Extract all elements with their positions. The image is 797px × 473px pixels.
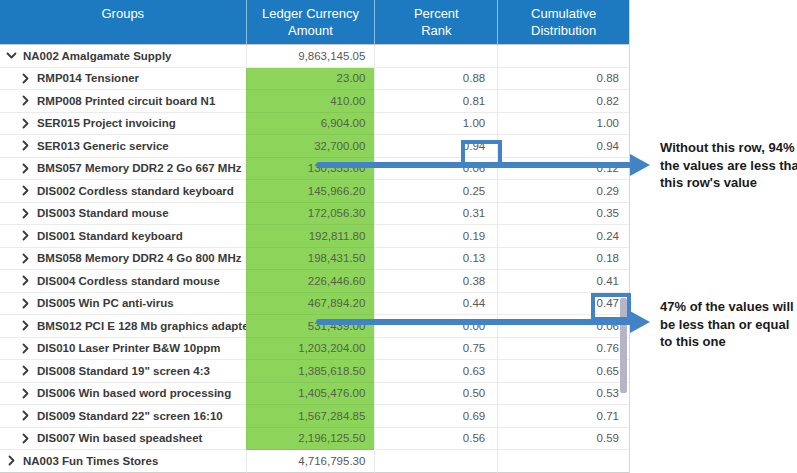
amount-cell: 6,904.00	[246, 113, 375, 136]
group-cell: NA002 Amalgamate Supply	[0, 45, 246, 68]
amount-cell: 23.00	[246, 68, 375, 91]
group-label: DIS009 Standard 22" screen 16:10	[37, 410, 223, 422]
cumulative-distribution-cell: 0.88	[497, 68, 629, 91]
chevron-right-icon[interactable]	[20, 95, 31, 106]
annotation-arrow-head-icon	[630, 311, 650, 333]
table-row[interactable]: RMP008 Printed circuit board N1410.000.8…	[0, 90, 629, 113]
chevron-right-icon[interactable]	[6, 455, 17, 466]
chevron-right-icon[interactable]	[20, 208, 31, 219]
chevron-right-icon[interactable]	[20, 163, 31, 174]
percent-rank-cell: 0.50	[374, 383, 497, 406]
column-header-ledger-currency-amount[interactable]: Ledger Currency Amount	[246, 0, 375, 44]
table-row[interactable]: SER015 Project invoicing6,904.001.001.00	[0, 113, 629, 136]
screenshot-canvas: Groups Ledger Currency Amount Percent Ra…	[0, 0, 797, 473]
group-label: RMP014 Tensioner	[37, 72, 139, 84]
column-header-groups[interactable]: Groups	[0, 0, 246, 44]
cumulative-distribution-cell	[497, 45, 629, 68]
cumulative-distribution-cell: 0.53	[497, 383, 629, 406]
group-cell: BMS057 Memory DDR2 2 Go 667 MHz	[0, 158, 246, 181]
chevron-right-icon[interactable]	[20, 230, 31, 241]
group-label: NA003 Fun Times Stores	[23, 455, 158, 467]
group-cell: DIS002 Cordless standard keyboard	[0, 180, 246, 203]
table-row[interactable]: DIS010 Laser Printer B&W 10ppm1,203,204.…	[0, 338, 629, 361]
chevron-right-icon[interactable]	[20, 185, 31, 196]
table-row[interactable]: DIS002 Cordless standard keyboard145,966…	[0, 180, 629, 203]
chevron-right-icon[interactable]	[20, 73, 31, 84]
column-header-label: Rank	[421, 22, 451, 39]
amount-cell: 1,567,284.85	[246, 405, 375, 428]
annotation-text-percent-rank: Without this row, 94% of the values are …	[660, 139, 797, 192]
table-row[interactable]: RMP014 Tensioner23.000.880.88	[0, 68, 629, 91]
chevron-right-icon[interactable]	[20, 253, 31, 264]
percent-rank-cell	[374, 450, 497, 473]
pivot-table: Groups Ledger Currency Amount Percent Ra…	[0, 0, 630, 473]
group-cell: RMP014 Tensioner	[0, 68, 246, 91]
column-header-cumulative-distribution[interactable]: Cumulative Distribution	[497, 0, 629, 44]
percent-rank-cell: 0.19	[374, 225, 497, 248]
cumulative-distribution-cell: 0.65	[497, 360, 629, 383]
amount-cell: 130,353.60	[246, 158, 375, 181]
table-row[interactable]: BMS058 Memory DDR2 4 Go 800 MHz198,431.5…	[0, 248, 629, 271]
table-row[interactable]: SER013 Generic service32,700.000.940.94	[0, 135, 629, 158]
chevron-right-icon[interactable]	[20, 140, 31, 151]
amount-cell: 467,894.20	[246, 293, 375, 316]
chevron-right-icon[interactable]	[20, 320, 31, 331]
percent-rank-cell: 0.81	[374, 90, 497, 113]
group-label: DIS004 Cordless standard mouse	[37, 275, 220, 287]
group-label: NA002 Amalgamate Supply	[23, 50, 171, 62]
cumulative-distribution-cell: 0.76	[497, 338, 629, 361]
chevron-right-icon[interactable]	[20, 343, 31, 354]
percent-rank-cell: 0.75	[374, 338, 497, 361]
cumulative-distribution-cell: 0.24	[497, 225, 629, 248]
table-row[interactable]: DIS005 Win PC anti-virus467,894.200.440.…	[0, 293, 629, 316]
cumulative-distribution-cell: 0.29	[497, 180, 629, 203]
cumulative-distribution-cell: 0.59	[497, 428, 629, 451]
percent-rank-cell: 0.69	[374, 405, 497, 428]
column-header-percent-rank[interactable]: Percent Rank	[374, 0, 497, 44]
group-cell: DIS006 Win based word processing	[0, 383, 246, 406]
chevron-right-icon[interactable]	[20, 275, 31, 286]
cumulative-distribution-cell: 0.94	[497, 135, 629, 158]
percent-rank-cell: 0.31	[374, 203, 497, 226]
group-cell: DIS004 Cordless standard mouse	[0, 270, 246, 293]
amount-cell: 2,196,125.50	[246, 428, 375, 451]
table-row[interactable]: DIS009 Standard 22" screen 16:101,567,28…	[0, 405, 629, 428]
group-label: DIS002 Cordless standard keyboard	[37, 185, 234, 197]
chevron-right-icon[interactable]	[20, 410, 31, 421]
chevron-right-icon[interactable]	[20, 388, 31, 399]
table-row[interactable]: DIS001 Standard keyboard192,811.800.190.…	[0, 225, 629, 248]
group-label: BMS058 Memory DDR2 4 Go 800 MHz	[37, 252, 242, 264]
chevron-down-icon[interactable]	[6, 50, 17, 61]
group-cell: DIS007 Win based speadsheet	[0, 428, 246, 451]
percent-rank-cell: 0.38	[374, 270, 497, 293]
group-cell: RMP008 Printed circuit board N1	[0, 90, 246, 113]
table-row[interactable]: DIS008 Standard 19" screen 4:31,385,618.…	[0, 360, 629, 383]
table-row[interactable]: DIS007 Win based speadsheet2,196,125.500…	[0, 428, 629, 451]
percent-rank-cell: 0.44	[374, 293, 497, 316]
table-row[interactable]: NA003 Fun Times Stores4,716,795.30	[0, 450, 629, 473]
chevron-right-icon[interactable]	[20, 433, 31, 444]
group-label: DIS001 Standard keyboard	[37, 230, 183, 242]
column-header-label: Groups	[101, 5, 144, 22]
table-body: NA002 Amalgamate Supply9,863,145.05RMP01…	[0, 45, 629, 473]
percent-rank-cell: 0.25	[374, 180, 497, 203]
group-label: BMS012 PCI E 128 Mb graphics adapter	[37, 320, 246, 332]
amount-cell: 4,716,795.30	[246, 450, 375, 473]
percent-rank-cell: 1.00	[374, 113, 497, 136]
amount-cell: 145,966.20	[246, 180, 375, 203]
group-cell: NA003 Fun Times Stores	[0, 450, 246, 473]
chevron-right-icon[interactable]	[20, 118, 31, 129]
chevron-right-icon[interactable]	[20, 365, 31, 376]
table-row[interactable]: DIS004 Cordless standard mouse226,446.60…	[0, 270, 629, 293]
annotation-arrow-line	[316, 319, 632, 325]
amount-cell: 1,385,618.50	[246, 360, 375, 383]
table-row[interactable]: BMS057 Memory DDR2 2 Go 667 MHz130,353.6…	[0, 158, 629, 181]
chevron-right-icon[interactable]	[20, 298, 31, 309]
table-row[interactable]: DIS003 Standard mouse172,056.300.310.35	[0, 203, 629, 226]
group-label: SER013 Generic service	[37, 140, 169, 152]
group-cell: BMS058 Memory DDR2 4 Go 800 MHz	[0, 248, 246, 271]
table-row[interactable]: NA002 Amalgamate Supply9,863,145.05	[0, 45, 629, 68]
cumulative-distribution-cell: 0.35	[497, 203, 629, 226]
table-row[interactable]: DIS006 Win based word processing1,405,47…	[0, 383, 629, 406]
percent-rank-cell: 0.88	[374, 68, 497, 91]
